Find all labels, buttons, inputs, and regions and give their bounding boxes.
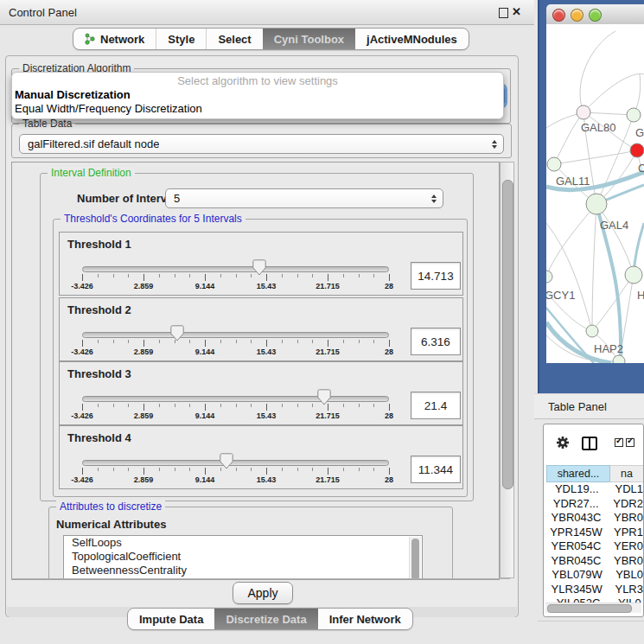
table-data-combobox[interactable]: galFiltered.sif default node: [19, 134, 504, 154]
network-node[interactable]: [586, 194, 607, 214]
table-row[interactable]: YER054CYER0: [546, 539, 643, 554]
tab-jactivemnodules[interactable]: jActiveMNodules: [355, 29, 469, 49]
column-header[interactable]: shared...: [546, 465, 610, 482]
scrollbar-thumb[interactable]: [502, 180, 513, 489]
network-node[interactable]: [586, 325, 598, 337]
tick-mark: [389, 340, 390, 347]
slider-track[interactable]: [82, 332, 389, 338]
attribute-item[interactable]: SelfLoops: [64, 536, 422, 550]
tab-label: Cyni Toolbox: [274, 33, 344, 46]
tab-select[interactable]: Select: [206, 29, 262, 49]
network-node[interactable]: [630, 143, 644, 157]
checkbox-icon[interactable]: ✓: [626, 438, 634, 447]
number-of-intervals-combobox[interactable]: 5: [165, 188, 443, 208]
table-header: shared...na: [546, 465, 644, 482]
slider-thumb[interactable]: [252, 259, 266, 276]
network-window-titlebar[interactable]: [546, 4, 644, 25]
scrollbar-thumb[interactable]: [411, 539, 419, 580]
tab-network[interactable]: Network: [73, 29, 156, 49]
network-canvas[interactable]: GAL80GACGAL11GAL4HGCY1HAP2: [546, 24, 644, 363]
cell-shared-name: YDL19...: [546, 482, 607, 497]
tab-infer-network[interactable]: Infer Network: [318, 609, 412, 629]
network-node[interactable]: [577, 105, 590, 119]
threshold-value-field[interactable]: 21.4: [411, 392, 461, 419]
network-node[interactable]: [546, 271, 552, 283]
threshold-slider[interactable]: -3.4262.8599.14415.4321.71528: [82, 388, 389, 423]
vertical-scrollbar[interactable]: [500, 162, 514, 578]
slider-track[interactable]: [82, 460, 389, 466]
tick-mark: [205, 274, 206, 281]
table-row[interactable]: YIL052CYIL0: [546, 596, 643, 603]
table-panel: ✓ ✓ shared...na YDL19...YDL1YDR27...YDR2…: [543, 424, 644, 617]
slider-tick-marks: [82, 468, 389, 475]
cell-shared-name: YBR043C: [546, 511, 606, 526]
algorithm-option[interactable]: Equal Width/Frequency Discretization: [15, 102, 202, 116]
horizontal-scrollbar[interactable]: [545, 603, 641, 613]
control-panel-body: Discretization Algorithm Select algorith…: [5, 55, 519, 617]
table-row[interactable]: YBR043CYBR0: [546, 511, 643, 526]
threshold-slider[interactable]: -3.4262.8599.14415.4321.71528: [82, 258, 389, 293]
table-row[interactable]: YDL19...YDL1: [546, 482, 643, 497]
network-node[interactable]: [627, 108, 641, 122]
algorithm-option[interactable]: Manual Discretization: [15, 88, 131, 102]
gear-icon[interactable]: [556, 436, 570, 453]
threshold-value-field[interactable]: 14.713: [411, 262, 461, 290]
tab-label: Select: [218, 33, 251, 46]
tab-discretize-data[interactable]: Discretize Data: [214, 609, 317, 629]
cell-name: YIL0: [610, 596, 641, 603]
tick-mark: [359, 404, 360, 407]
slider-thumb[interactable]: [170, 325, 184, 341]
mac-zoom-button[interactable]: [589, 9, 602, 22]
tick-label: 15.43: [246, 411, 286, 420]
checkbox-icon[interactable]: ✓: [615, 438, 623, 447]
group-title: Attributes to discretize: [56, 501, 165, 513]
slider-tick-marks: [82, 274, 389, 282]
tick-mark: [113, 404, 114, 407]
column-header[interactable]: na: [610, 465, 644, 482]
close-icon[interactable]: ✕: [512, 5, 521, 18]
numerical-attributes-label: Numerical Attributes: [56, 518, 166, 531]
slider-thumb[interactable]: [220, 453, 233, 469]
slider-thumb[interactable]: [317, 389, 331, 405]
attribute-item[interactable]: TopologicalCoefficient: [64, 550, 422, 564]
table-row[interactable]: YDR27...YDR2: [546, 497, 643, 512]
threshold-slider[interactable]: -3.4262.8599.14415.4321.71528: [82, 324, 389, 359]
tick-mark: [159, 340, 160, 343]
threshold-value-field[interactable]: 11.344: [411, 456, 461, 483]
tick-mark: [359, 274, 360, 277]
tick-mark: [359, 340, 360, 343]
network-node[interactable]: [547, 157, 561, 171]
list-scrollbar[interactable]: [409, 537, 421, 580]
slider-track[interactable]: [82, 266, 389, 272]
mac-minimize-button[interactable]: [571, 9, 583, 22]
tab-label: Impute Data: [139, 613, 203, 626]
cell-shared-name: YPR145W: [546, 526, 606, 540]
tab-style[interactable]: Style: [156, 29, 206, 49]
table-row[interactable]: YPR145WYPR1: [546, 526, 643, 540]
mac-close-button[interactable]: [552, 9, 565, 22]
attribute-item[interactable]: BetweennessCentrality: [64, 564, 422, 577]
network-node[interactable]: [625, 266, 642, 284]
float-window-icon[interactable]: [499, 8, 508, 18]
split-view-icon[interactable]: [582, 437, 597, 450]
table-row[interactable]: YBR045CYBR0: [546, 554, 643, 569]
tick-mark: [189, 340, 190, 343]
table-row[interactable]: YBL079WYBL0: [546, 568, 643, 583]
network-node[interactable]: [613, 355, 625, 363]
tick-label: 15.43: [246, 348, 286, 356]
tick-mark: [220, 340, 221, 343]
tab-cyni-toolbox[interactable]: Cyni Toolbox: [263, 29, 355, 49]
scrollbar-thumb[interactable]: [547, 604, 632, 613]
tick-mark: [82, 468, 83, 475]
threshold-value-field[interactable]: 6.316: [411, 328, 461, 355]
threshold-slider[interactable]: -3.4262.8599.14415.4321.71528: [82, 452, 389, 487]
network-window: GAL80GACGAL11GAL4HGCY1HAP2: [538, 0, 644, 393]
slider-track[interactable]: [82, 396, 389, 402]
tab-impute-data[interactable]: Impute Data: [128, 609, 214, 629]
cell-shared-name: YDR27...: [546, 497, 605, 512]
table-row[interactable]: YLR345WYLR3: [546, 583, 643, 597]
apply-button[interactable]: Apply: [233, 582, 293, 604]
tick-mark: [113, 274, 114, 277]
cell-name: YDR2: [605, 497, 643, 512]
tick-mark: [143, 274, 144, 281]
